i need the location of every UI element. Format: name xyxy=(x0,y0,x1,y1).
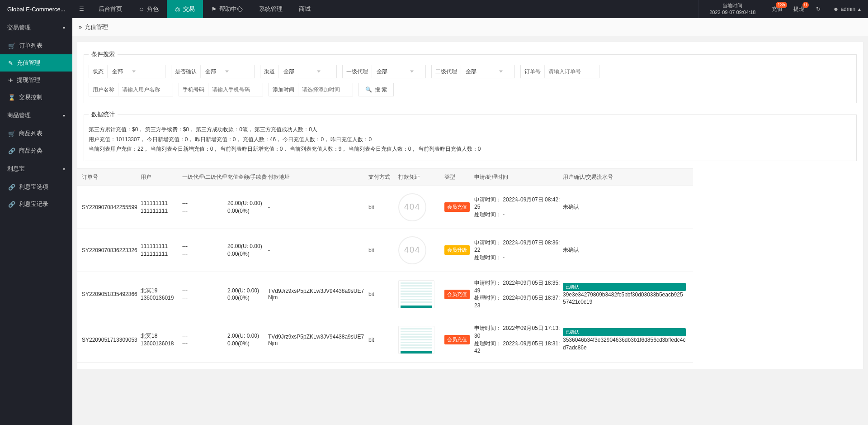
filter-addtime: 添加时间 xyxy=(269,83,353,96)
agent-cell: ------ xyxy=(182,200,227,215)
topmenu-item[interactable]: ⚖交易 xyxy=(167,0,203,18)
sidebar-group[interactable]: 交易管理▾ xyxy=(0,18,72,37)
rocket-icon: ✈ xyxy=(8,77,13,84)
confirm-text: 未确认 xyxy=(563,204,579,210)
table-row: SY2209070836223326111111111111111111----… xyxy=(77,229,693,272)
local-time: 当地时间 2022-09-07 09:04:18 xyxy=(698,0,766,18)
paytype-cell: bit xyxy=(368,204,398,210)
search-button[interactable]: 🔍 搜 索 xyxy=(359,83,394,96)
addr-cell: - xyxy=(268,204,368,210)
table-body: SY2209070842255599111111111111111111----… xyxy=(77,186,693,363)
recharge-table: 订单号用户一级代理/二级代理充值金额/手续费付款地址支付方式打款凭证类型申请/处… xyxy=(77,168,693,363)
topmenu-item[interactable]: 商城 xyxy=(291,0,319,18)
sidebar-item[interactable]: 🛒订单列表 xyxy=(0,37,72,54)
topmenu-item[interactable]: 后台首页 xyxy=(90,0,130,18)
link-icon: 🔗 xyxy=(8,184,15,191)
refresh-icon: ↻ xyxy=(816,6,821,12)
sidebar-item[interactable]: ⌛交易控制 xyxy=(0,89,72,106)
withdraw-badge: 0 xyxy=(802,2,809,8)
column-header: 一级代理/二级代理 xyxy=(182,173,227,181)
topmenu-item[interactable]: 系统管理 xyxy=(251,0,291,18)
type-tag: 会员充值 xyxy=(444,290,470,299)
confirm-cell: 未确认 xyxy=(563,246,689,254)
user-cell: 111111111111111111 xyxy=(141,243,182,258)
sidebar-item[interactable]: ✈提现管理 xyxy=(0,72,72,89)
sidebar-group[interactable]: 利息宝▾ xyxy=(0,159,72,178)
filter-orderno-input[interactable] xyxy=(545,65,599,78)
filter-addtime-input[interactable] xyxy=(298,83,353,96)
stats-line3: 当前列表用户充值：22， 当前列表今日新增充值：0， 当前列表昨日新增充值：0，… xyxy=(89,144,852,154)
column-header: 类型 xyxy=(444,173,474,181)
filter-confirm[interactable]: 是否确认 全部 xyxy=(171,65,255,78)
sidebar-item[interactable]: 🔗利息宝选项 xyxy=(0,178,72,196)
column-header: 用户确认/交易流水号 xyxy=(563,173,689,181)
user-cell: 北冥1913600136019 xyxy=(141,287,182,302)
addr-cell: TVd9Jrz9xsP5pZKLw3JV94438a9sUE7Njm xyxy=(268,334,368,346)
local-time-label: 当地时间 xyxy=(722,2,742,9)
filter-confirm-value: 全部 xyxy=(201,68,232,76)
voucher-thumb[interactable] xyxy=(398,280,434,308)
withdraw-link[interactable]: 提现 0 xyxy=(788,0,810,18)
link-icon: 🔗 xyxy=(8,201,15,208)
voucher-cell xyxy=(398,326,444,354)
flag-icon: ⚑ xyxy=(211,6,217,13)
type-cell: 会员充值 xyxy=(444,335,474,344)
tab-current[interactable]: » 充值管理 xyxy=(79,23,108,31)
addr-cell: - xyxy=(268,247,368,253)
filter-status-value: 全部 xyxy=(108,68,139,76)
search-button-label: 搜 索 xyxy=(375,86,387,94)
filter-agent2-value: 全部 xyxy=(461,68,506,76)
recharge-link[interactable]: 充值 135 xyxy=(766,0,788,18)
filter-phone: 手机号码 xyxy=(179,83,263,96)
type-tag: 会员升级 xyxy=(444,245,470,255)
order-no: SY2209051713309053 xyxy=(82,337,141,343)
filter-agent1[interactable]: 一级代理 全部 xyxy=(342,65,426,78)
type-cell: 会员充值 xyxy=(444,202,474,212)
sidebar-item-label: 交易控制 xyxy=(19,93,42,101)
stats-line1: 第三方累计充值：$0， 第三方手续费：$0， 第三方成功收款：0笔， 第三方充值… xyxy=(89,125,852,135)
voucher-404-icon[interactable]: 404 xyxy=(398,236,426,264)
user-menu[interactable]: ☻ admin ▲ xyxy=(827,0,868,18)
sidebar-item[interactable]: ✎充值管理 xyxy=(0,54,72,72)
local-time-value: 2022-09-07 09:04:18 xyxy=(709,9,755,16)
chevron-down-icon: ▾ xyxy=(63,113,65,118)
filter-phone-input[interactable] xyxy=(208,83,263,96)
sidebar-item-label: 商品列表 xyxy=(19,129,42,138)
hourglass-icon: ⌛ xyxy=(8,94,15,101)
topmenu-item[interactable]: ⚑帮助中心 xyxy=(203,0,251,18)
stats-line2: 用户充值：10113307， 今日新增充值：0， 昨日新增充值：0， 充值人数：… xyxy=(89,135,852,145)
filter-username: 用户名称 xyxy=(89,83,173,96)
filter-channel-label: 渠道 xyxy=(260,65,279,78)
sidebar-group-title: 交易管理 xyxy=(7,24,31,32)
filter-orderno: 订单号 xyxy=(520,65,599,78)
filter-status[interactable]: 状态 全部 xyxy=(89,65,165,78)
sidebar-item[interactable]: 🔗利息宝记录 xyxy=(0,196,72,213)
filter-agent1-label: 一级代理 xyxy=(343,65,372,78)
voucher-404-icon[interactable]: 404 xyxy=(398,193,426,221)
search-icon: 🔍 xyxy=(365,86,372,93)
table-row: SY2209070842255599111111111111111111----… xyxy=(77,186,693,229)
filter-username-input[interactable] xyxy=(118,83,173,96)
sidebar-item[interactable]: 🛒商品列表 xyxy=(0,125,72,142)
column-header: 用户 xyxy=(141,173,182,181)
chevron-up-icon: ▲ xyxy=(857,7,862,12)
order-no: SY2209070836223326 xyxy=(82,247,141,253)
refresh-button[interactable]: ↻ xyxy=(810,0,827,18)
filter-channel[interactable]: 渠道 全部 xyxy=(260,65,337,78)
filters-legend: 条件搜索 xyxy=(89,50,118,58)
table-header: 订单号用户一级代理/二级代理充值金额/手续费付款地址支付方式打款凭证类型申请/处… xyxy=(77,169,693,186)
topbar-right: 当地时间 2022-09-07 09:04:18 充值 135 提现 0 ↻ ☻… xyxy=(698,0,868,18)
sidebar-toggle[interactable]: ☰ xyxy=(72,0,90,18)
sidebar-group[interactable]: 商品管理▾ xyxy=(0,106,72,125)
filter-agent2[interactable]: 二级代理 全部 xyxy=(431,65,515,78)
panel: 条件搜索 状态 全部 是否确认 全部 渠道 全部 xyxy=(77,42,863,369)
filter-confirm-label: 是否确认 xyxy=(171,65,201,78)
user-name: admin xyxy=(840,6,855,12)
sidebar-item-label: 提现管理 xyxy=(17,76,40,84)
tabs-bar: » 充值管理 xyxy=(72,18,868,36)
type-cell: 会员充值 xyxy=(444,290,474,299)
voucher-thumb[interactable] xyxy=(398,326,434,354)
type-tag: 会员充值 xyxy=(444,335,470,344)
sidebar-item[interactable]: 🔗商品分类 xyxy=(0,142,72,159)
topmenu-item[interactable]: ☺角色 xyxy=(130,0,167,18)
